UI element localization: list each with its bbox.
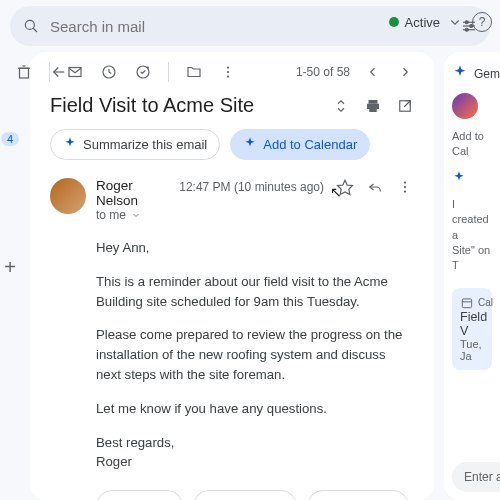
- more-icon[interactable]: [219, 63, 237, 81]
- star-icon[interactable]: [336, 178, 354, 196]
- event-title: Field V: [460, 310, 484, 338]
- svg-point-23: [227, 71, 229, 73]
- unread-icon[interactable]: [66, 63, 84, 81]
- new-chat-icon[interactable]: +: [4, 256, 16, 279]
- svg-point-22: [227, 66, 229, 68]
- calendar-card[interactable]: Cal Field V Tue, Ja: [452, 288, 492, 370]
- print-icon[interactable]: [364, 97, 382, 115]
- snooze-icon[interactable]: [100, 63, 118, 81]
- prev-icon[interactable]: [364, 63, 382, 81]
- reply-icon[interactable]: [366, 178, 384, 196]
- svg-point-33: [404, 190, 406, 192]
- more-icon[interactable]: [396, 178, 414, 196]
- search-icon: [22, 17, 40, 35]
- timestamp: 12:47 PM (10 minutes ago): [179, 180, 324, 194]
- ask-input[interactable]: Enter a: [452, 462, 500, 492]
- status-chip[interactable]: Active: [389, 13, 464, 31]
- move-icon[interactable]: [185, 63, 203, 81]
- svg-rect-14: [19, 68, 28, 78]
- sender-name: Roger Nelson: [96, 178, 169, 208]
- forward-button[interactable]: Forward: [307, 490, 409, 500]
- popout-icon[interactable]: [396, 97, 414, 115]
- svg-point-32: [404, 186, 406, 188]
- add-calendar-chip[interactable]: Add to Calendar: [230, 129, 370, 160]
- svg-rect-34: [462, 299, 471, 308]
- event-date: Tue, Ja: [460, 338, 484, 362]
- summarize-chip[interactable]: Summarize this email: [50, 129, 220, 160]
- side-avatar: [452, 93, 478, 119]
- calendar-icon: [460, 296, 474, 310]
- email-card: 1-50 of 58 Field Visit to Acme Site Summ…: [30, 52, 434, 500]
- svg-point-31: [404, 181, 406, 183]
- chevron-down-icon: [130, 209, 142, 221]
- svg-marker-30: [338, 180, 353, 194]
- side-title: Gem: [474, 67, 500, 81]
- svg-line-1: [33, 28, 37, 32]
- avatar: [50, 178, 86, 214]
- sparkle-icon: [243, 136, 257, 153]
- next-icon[interactable]: [396, 63, 414, 81]
- summarize-label: Summarize this email: [83, 137, 207, 152]
- sparkle-icon: [452, 170, 492, 187]
- task-icon[interactable]: [134, 63, 152, 81]
- reply-all-button[interactable]: Reply all: [193, 490, 297, 500]
- recipient-line[interactable]: to me: [96, 208, 169, 222]
- email-body: Hey Ann, This is a reminder about our fi…: [96, 238, 414, 472]
- side-panel: Gem Add to Cal I created aSite" on T Cal…: [444, 52, 500, 500]
- trash-icon[interactable]: [15, 63, 33, 81]
- svg-point-24: [227, 75, 229, 77]
- svg-rect-27: [369, 107, 377, 112]
- chevron-down-icon: [446, 13, 464, 31]
- svg-point-0: [25, 20, 34, 29]
- unread-badge: 4: [1, 132, 19, 146]
- sparkle-icon: [63, 136, 77, 153]
- status-dot-icon: [389, 17, 399, 27]
- page-count: 1-50 of 58: [296, 65, 350, 79]
- help-icon[interactable]: ?: [472, 12, 492, 32]
- calendar-chip-label: Add to Calendar: [263, 137, 357, 152]
- svg-rect-25: [369, 100, 378, 104]
- status-label: Active: [405, 15, 440, 30]
- expand-icon[interactable]: [332, 97, 350, 115]
- email-subject: Field Visit to Acme Site: [50, 94, 254, 117]
- sparkle-icon: [452, 64, 468, 83]
- side-subtitle: Add to Cal: [452, 129, 492, 160]
- reply-button[interactable]: Reply: [96, 490, 183, 500]
- svg-line-29: [404, 100, 410, 106]
